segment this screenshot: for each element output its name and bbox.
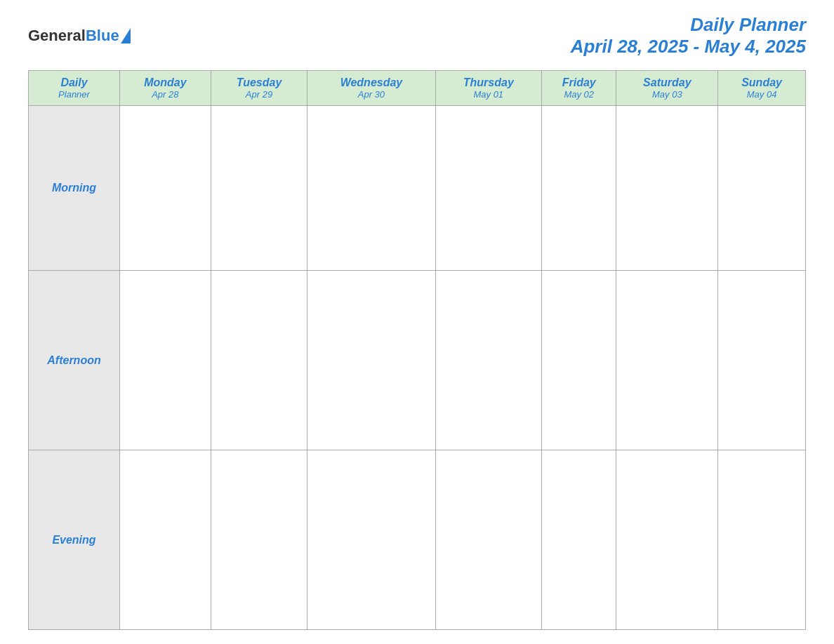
table-header-saturday: Saturday May 03 (616, 71, 718, 106)
evening-tuesday[interactable] (211, 450, 307, 630)
logo-blue-text: Blue (86, 28, 131, 43)
morning-friday[interactable] (541, 106, 616, 271)
afternoon-saturday[interactable] (616, 271, 718, 450)
table-header-tuesday: Tuesday Apr 29 (211, 71, 307, 106)
afternoon-tuesday[interactable] (211, 271, 307, 450)
morning-tuesday[interactable] (211, 106, 307, 271)
table-header-thursday: Thursday May 01 (435, 71, 541, 106)
table-header-friday: Friday May 02 (541, 71, 616, 106)
thursday-label: Thursday (439, 76, 538, 89)
saturday-date: May 03 (619, 89, 715, 100)
evening-sunday[interactable] (718, 450, 806, 630)
thursday-date: May 01 (439, 89, 538, 100)
monday-date: Apr 28 (123, 89, 208, 100)
afternoon-friday[interactable] (541, 271, 616, 450)
table-header-row: Daily Planner Monday Apr 28 Tuesday Apr … (29, 71, 806, 106)
afternoon-wednesday[interactable] (307, 271, 435, 450)
afternoon-label: Afternoon (29, 271, 120, 450)
header: General Blue Daily Planner April 28, 202… (28, 14, 806, 58)
evening-monday[interactable] (120, 450, 211, 630)
sunday-date: May 04 (721, 89, 802, 100)
evening-thursday[interactable] (435, 450, 541, 630)
morning-monday[interactable] (120, 106, 211, 271)
morning-wednesday[interactable] (307, 106, 435, 271)
table-header-wednesday: Wednesday Apr 30 (307, 71, 435, 106)
wednesday-label: Wednesday (310, 76, 432, 89)
morning-row: Morning (29, 106, 806, 271)
planner-table: Daily Planner Monday Apr 28 Tuesday Apr … (28, 70, 806, 630)
table-header-sunday: Sunday May 04 (718, 71, 806, 106)
sunday-label: Sunday (721, 76, 802, 89)
saturday-label: Saturday (619, 76, 715, 89)
afternoon-row: Afternoon (29, 271, 806, 450)
header-daily: Daily (32, 76, 117, 89)
morning-sunday[interactable] (718, 106, 806, 271)
evening-row: Evening (29, 450, 806, 630)
afternoon-monday[interactable] (120, 271, 211, 450)
afternoon-thursday[interactable] (435, 271, 541, 450)
evening-label: Evening (29, 450, 120, 630)
header-planner: Planner (32, 89, 117, 100)
morning-saturday[interactable] (616, 106, 718, 271)
logo-general-text: General (28, 28, 86, 43)
morning-label: Morning (29, 106, 120, 271)
evening-wednesday[interactable] (307, 450, 435, 630)
date-range: April 28, 2025 - May 4, 2025 (571, 36, 806, 58)
wednesday-date: Apr 30 (310, 89, 432, 100)
title-section: Daily Planner April 28, 2025 - May 4, 20… (571, 14, 806, 58)
morning-thursday[interactable] (435, 106, 541, 271)
friday-label: Friday (545, 76, 614, 89)
friday-date: May 02 (545, 89, 614, 100)
page: General Blue Daily Planner April 28, 202… (0, 0, 834, 644)
afternoon-sunday[interactable] (718, 271, 806, 450)
table-header-label: Daily Planner (29, 71, 120, 106)
page-title: Daily Planner (571, 14, 806, 36)
logo: General Blue (28, 28, 131, 43)
logo-triangle-icon (121, 28, 131, 43)
monday-label: Monday (123, 76, 208, 89)
tuesday-label: Tuesday (214, 76, 305, 89)
table-header-monday: Monday Apr 28 (120, 71, 211, 106)
evening-friday[interactable] (541, 450, 616, 630)
evening-saturday[interactable] (616, 450, 718, 630)
tuesday-date: Apr 29 (214, 89, 305, 100)
